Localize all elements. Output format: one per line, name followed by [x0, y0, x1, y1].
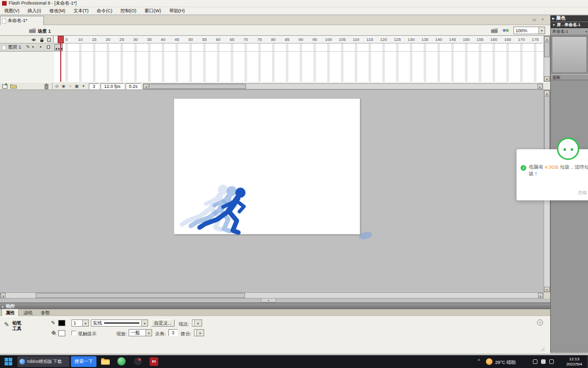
lock-icon[interactable] [39, 37, 44, 42]
tray-icon[interactable] [533, 359, 537, 364]
taskbar-window-title: roblox模拟版 下载 [27, 359, 62, 365]
ruler-number: 15 [87, 37, 101, 42]
scroll-up-icon[interactable]: ▴ [544, 36, 550, 41]
menu-item[interactable]: 帮助(H) [165, 7, 189, 15]
layer-row[interactable]: 图层 1 ✎ • • [0, 43, 54, 52]
edit-scene-button[interactable] [491, 28, 498, 33]
tray-icon[interactable] [541, 359, 546, 364]
dark-browser-icon[interactable] [134, 357, 142, 365]
frame-rate-indicator[interactable]: 12.0 fps [101, 83, 124, 89]
keyframe-span[interactable] [54, 44, 63, 51]
scale-select[interactable]: 一般 ▾ [129, 329, 152, 336]
stroke-hint-label[interactable]: 笔触提示 [78, 331, 96, 337]
library-panel-header[interactable]: ▼ 库 - 未命名-1 [551, 22, 588, 28]
modify-markers-icon[interactable]: ▾ [81, 84, 86, 88]
scroll-left-icon[interactable]: ◂ [143, 84, 149, 89]
clock[interactable]: 12:13 2022/5/4 [562, 357, 586, 367]
edit-multiple-frames-icon[interactable]: ▣ [74, 84, 80, 88]
search-button[interactable]: 搜索一下 [71, 356, 96, 367]
tray-chevron-icon[interactable]: ^ [478, 358, 480, 363]
mascot-eye-right [571, 148, 573, 151]
add-layer-button[interactable] [2, 83, 8, 89]
chevron-down-icon: ▾ [194, 320, 202, 326]
window-title: Flash Professional 8 - [未命名-1*] [9, 0, 77, 7]
scroll-down-icon[interactable]: ▾ [544, 287, 550, 292]
layer-outline-swatch[interactable] [47, 45, 50, 49]
scroll-left-icon[interactable]: ◂ [1, 293, 6, 298]
doc-close-icon[interactable]: × [540, 17, 545, 21]
stroke-width-select[interactable]: 1 ▾ [71, 319, 89, 327]
panel-resize-icon[interactable] [540, 347, 545, 351]
tray-date: 2022/5/4 [562, 362, 586, 367]
green-browser-icon[interactable] [117, 357, 126, 365]
menu-item[interactable]: 修改(M) [45, 7, 70, 15]
layer-lock-dot[interactable]: • [40, 44, 41, 50]
scene-name-label[interactable]: 场景 1 [38, 28, 51, 35]
edit-symbols-button[interactable] [502, 28, 509, 33]
menu-item[interactable]: 插入(I) [23, 7, 45, 15]
start-button[interactable] [5, 358, 12, 366]
stroke-hint-checkbox[interactable] [71, 331, 76, 335]
scene-clapper-icon [29, 28, 36, 33]
menu-item[interactable]: 命令(C) [93, 7, 117, 15]
actions-panel-header[interactable]: ▸ 动作 [0, 303, 550, 309]
color-panel-header[interactable]: ▶ 颜色 [551, 15, 588, 21]
weather-icon[interactable] [486, 358, 493, 365]
custom-stroke-button[interactable]: 自定义... [151, 319, 175, 327]
zoom-select[interactable]: 100% ▾ [513, 27, 545, 34]
outline-column-icon[interactable] [46, 37, 52, 42]
stroke-color-swatch[interactable] [58, 320, 65, 326]
panel-collapse-handle[interactable]: ▾ [261, 298, 276, 303]
tab-filters[interactable]: 滤镜 [20, 309, 36, 317]
toast-dismiss-button[interactable]: 忽略 [578, 190, 587, 196]
library-item-list[interactable] [551, 80, 588, 353]
center-frame-icon[interactable]: ◎ [54, 84, 60, 88]
stage-area[interactable]: ▴ ▾ ◂ ▸ [0, 90, 550, 298]
help-icon[interactable]: ? [537, 319, 543, 326]
tab-properties[interactable]: 属性 [2, 309, 19, 317]
cleaner-mascot-icon[interactable] [557, 137, 579, 160]
edit-bar: 场景 1 100% ▾ [0, 25, 550, 36]
stroke-style-select[interactable]: 实线 ▾ [91, 319, 148, 327]
menu-item[interactable]: 控制(O) [116, 7, 140, 15]
flash-app-icon[interactable]: Fl [150, 357, 158, 366]
scroll-up-icon[interactable]: ▴ [544, 90, 550, 96]
fill-color-swatch[interactable] [58, 330, 65, 336]
timeline-vscrollbar[interactable]: ▴ ▾ [544, 36, 550, 82]
onion-skin-icon[interactable]: ◉ [61, 84, 66, 88]
cap-select[interactable]: ▾ [192, 319, 202, 327]
taskbar-window-roblox[interactable]: roblox模拟版 下载 [17, 356, 69, 367]
menu-item[interactable]: 窗口(W) [140, 7, 165, 15]
scroll-right-icon[interactable]: ▸ [538, 293, 543, 298]
scroll-right-icon[interactable]: ▸ [537, 84, 543, 89]
weather-text[interactable]: 29°C 晴朗 [495, 359, 516, 366]
delete-layer-button[interactable] [44, 83, 49, 89]
miter-value: 3 [172, 330, 174, 335]
join-select[interactable]: ▾ [194, 329, 204, 336]
menu-item[interactable]: 视图(V) [0, 7, 23, 15]
tray-icon[interactable] [549, 359, 554, 364]
library-name-column-header[interactable]: 名称 [551, 74, 588, 80]
file-explorer-icon[interactable] [101, 358, 110, 365]
document-tab[interactable]: 未命名-1* [0, 16, 44, 25]
layer-visible-dot[interactable]: • [32, 44, 34, 50]
timeline-hscrollbar[interactable]: ◂ ▸ [143, 83, 543, 89]
stage-hscrollbar[interactable]: ◂ ▸ [0, 292, 544, 298]
frames-grid[interactable] [54, 43, 543, 82]
menu-item[interactable]: 文本(T) [69, 7, 93, 15]
stray-brush-mark [358, 231, 373, 240]
onion-outline-icon[interactable]: ○ [67, 84, 73, 88]
miter-input[interactable]: 3 [168, 329, 178, 336]
library-document-select[interactable]: 未命名-1 ▾ [551, 28, 588, 35]
scroll-down-icon[interactable]: ▾ [544, 76, 550, 81]
playhead-marker[interactable] [58, 36, 64, 43]
tab-parameters[interactable]: 参数 [37, 309, 54, 317]
ruler-number: 90 [294, 37, 308, 42]
eye-icon[interactable] [31, 37, 36, 42]
frame-ruler[interactable]: 5101520253035404550556065707580859095100… [54, 36, 543, 43]
running-figure-drawing[interactable] [168, 179, 388, 243]
timeline-frames[interactable]: 5101520253035404550556065707580859095100… [54, 36, 543, 82]
doc-minimize-icon[interactable]: ▭ [532, 17, 537, 22]
add-folder-button[interactable] [10, 84, 17, 89]
layer-name[interactable]: 图层 1 [8, 44, 21, 51]
